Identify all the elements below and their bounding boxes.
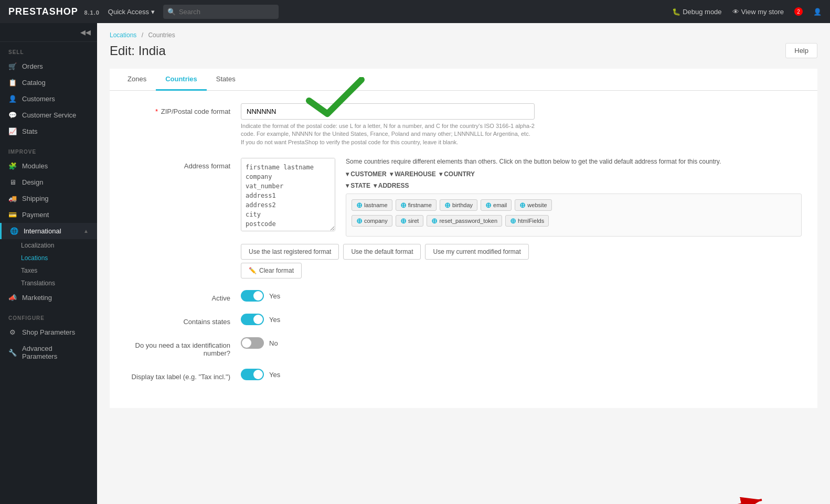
display-tax-row: Display tax label (e.g. "Tax incl.") Yes bbox=[125, 369, 802, 381]
sidebar-item-modules[interactable]: 🧩 Modules bbox=[0, 158, 97, 174]
tab-states[interactable]: States bbox=[207, 69, 245, 91]
user-avatar[interactable]: 👤 bbox=[813, 8, 822, 16]
page-header: Edit: India Help bbox=[110, 43, 817, 58]
page-title: Edit: India bbox=[110, 44, 166, 58]
tax-id-label: Do you need a tax identification number? bbox=[125, 337, 241, 357]
sidebar-item-customers[interactable]: 👤 Customers bbox=[0, 91, 97, 107]
sidebar-sub-localization[interactable]: Localization bbox=[0, 239, 97, 252]
sidebar-item-shop-parameters[interactable]: ⚙ Shop Parameters bbox=[0, 324, 97, 340]
contains-states-toggle[interactable] bbox=[241, 314, 264, 325]
token-reset-password[interactable]: ⊕ reset_password_token bbox=[427, 215, 502, 227]
help-button[interactable]: Help bbox=[785, 43, 817, 58]
payment-icon: 💳 bbox=[8, 211, 17, 219]
marketing-icon: 📣 bbox=[8, 294, 17, 302]
design-icon: 🖥 bbox=[8, 178, 17, 186]
shipping-icon: 🚚 bbox=[8, 195, 17, 202]
modules-icon: 🧩 bbox=[8, 162, 17, 170]
advanced-params-icon: 🔧 bbox=[8, 349, 17, 357]
customer-dropdown[interactable]: ▾ CUSTOMER bbox=[346, 170, 387, 178]
clear-format-button[interactable]: ✏️ Clear format bbox=[241, 263, 302, 278]
improve-section: IMPROVE 🧩 Modules 🖥 Design 🚚 Shipping 💳 … bbox=[0, 142, 97, 308]
debug-mode[interactable]: 🐛 Debug mode bbox=[672, 8, 721, 16]
tab-zones[interactable]: Zones bbox=[118, 69, 156, 91]
action-buttons: Use the last registered format Use the d… bbox=[241, 244, 802, 260]
customer-service-icon: 💬 bbox=[8, 111, 17, 119]
address-dropdown[interactable]: ▾ ADDRESS bbox=[374, 182, 409, 189]
addr-format-wrap: firstname lastname company vat_number ad… bbox=[241, 158, 802, 237]
sidebar-item-shipping[interactable]: 🚚 Shipping bbox=[0, 190, 97, 207]
debug-icon: 🐛 bbox=[672, 8, 680, 16]
token-birthday[interactable]: ⊕ birthday bbox=[440, 199, 477, 211]
token-group-top: ▾ CUSTOMER ▾ WAREHOUSE ▾ COUNTRY bbox=[346, 170, 802, 178]
tax-id-row: Do you need a tax identification number?… bbox=[125, 337, 802, 357]
tax-id-toggle[interactable] bbox=[241, 337, 264, 349]
catalog-icon: 📋 bbox=[8, 79, 17, 87]
eye-icon: 👁 bbox=[732, 8, 739, 16]
token-siret[interactable]: ⊕ siret bbox=[396, 215, 424, 227]
collapse-icon[interactable]: ◀◀ bbox=[80, 28, 91, 36]
token-htmlfields[interactable]: ⊕ htmlFields bbox=[505, 215, 549, 227]
token-company[interactable]: ⊕ company bbox=[352, 215, 392, 227]
content-panel: * ZIP/Postal code format Indicate the fo… bbox=[110, 91, 817, 408]
sidebar-item-customer-service[interactable]: 💬 Customer Service bbox=[0, 107, 97, 123]
sidebar-sub-translations[interactable]: Translations bbox=[0, 277, 97, 289]
country-dropdown[interactable]: ▾ COUNTRY bbox=[439, 170, 475, 178]
tax-id-knob bbox=[242, 338, 251, 348]
tax-id-control: No bbox=[241, 337, 802, 349]
nav-right: 🐛 Debug mode 👁 View my store 2 👤 bbox=[672, 7, 822, 16]
address-format-control: firstname lastname company vat_number ad… bbox=[241, 158, 802, 278]
addr-right: Some countries require different element… bbox=[346, 158, 802, 237]
display-tax-toggle[interactable] bbox=[241, 369, 264, 380]
token-row-1: ⊕ lastname ⊕ firstname ⊕ birthday ⊕ emai… bbox=[352, 199, 796, 211]
sidebar-item-payment[interactable]: 💳 Payment bbox=[0, 207, 97, 223]
view-my-store[interactable]: 👁 View my store bbox=[732, 8, 784, 16]
state-dropdown[interactable]: ▾ STATE bbox=[346, 182, 370, 189]
search-icon: 🔍 bbox=[167, 8, 176, 16]
token-box: ⊕ lastname ⊕ firstname ⊕ birthday ⊕ emai… bbox=[346, 194, 802, 237]
sell-section: SELL 🛒 Orders 📋 Catalog 👤 Customers 💬 Cu… bbox=[0, 42, 97, 142]
search-input[interactable] bbox=[163, 5, 279, 19]
token-email[interactable]: ⊕ email bbox=[481, 199, 512, 211]
zip-input[interactable] bbox=[241, 103, 535, 120]
textarea-wrap: firstname lastname company vat_number ad… bbox=[241, 158, 335, 233]
active-label: Active bbox=[125, 290, 241, 302]
address-textarea[interactable]: firstname lastname company vat_number ad… bbox=[241, 158, 335, 231]
notifications[interactable]: 2 bbox=[794, 7, 803, 16]
tab-countries[interactable]: Countries bbox=[156, 69, 207, 91]
clear-format-wrap: ✏️ Clear format bbox=[241, 263, 802, 278]
sidebar-item-catalog[interactable]: 📋 Catalog bbox=[0, 74, 97, 91]
token-website[interactable]: ⊕ website bbox=[515, 199, 551, 211]
active-toggle[interactable] bbox=[241, 290, 264, 302]
token-lastname[interactable]: ⊕ lastname bbox=[352, 199, 392, 211]
use-last-registered-button[interactable]: Use the last registered format bbox=[241, 244, 339, 260]
display-tax-control: Yes bbox=[241, 369, 802, 380]
expand-icon: ▲ bbox=[83, 228, 89, 234]
sidebar-item-stats[interactable]: 📈 Stats bbox=[0, 123, 97, 140]
sidebar-sub-taxes[interactable]: Taxes bbox=[0, 264, 97, 277]
main-layout: ◀◀ SELL 🛒 Orders 📋 Catalog 👤 Customers 💬… bbox=[0, 23, 830, 504]
shop-params-icon: ⚙ bbox=[8, 328, 17, 336]
token-firstname[interactable]: ⊕ firstname bbox=[396, 199, 437, 211]
sidebar-item-international[interactable]: 🌐 International ▲ bbox=[0, 223, 97, 239]
sidebar-item-advanced-parameters[interactable]: 🔧 Advanced Parameters bbox=[0, 340, 97, 364]
breadcrumb-locations[interactable]: Locations bbox=[110, 31, 136, 39]
sidebar: ◀◀ SELL 🛒 Orders 📋 Catalog 👤 Customers 💬… bbox=[0, 23, 97, 504]
address-format-label: Address format bbox=[125, 158, 241, 170]
search-wrap: 🔍 bbox=[163, 5, 279, 19]
token-row-2: ⊕ company ⊕ siret ⊕ reset_password_token… bbox=[352, 215, 796, 227]
display-tax-knob bbox=[253, 370, 263, 379]
tabs: Zones Countries States bbox=[110, 69, 817, 91]
sidebar-item-orders[interactable]: 🛒 Orders bbox=[0, 58, 97, 74]
active-control: Yes bbox=[241, 290, 802, 302]
breadcrumb-countries: Countries bbox=[148, 31, 175, 39]
contains-states-label: Contains states bbox=[125, 314, 241, 326]
quick-access-menu[interactable]: Quick Access ▾ bbox=[108, 8, 155, 16]
contains-states-knob bbox=[253, 315, 263, 324]
sidebar-sub-locations[interactable]: Locations bbox=[0, 252, 97, 264]
sidebar-item-design[interactable]: 🖥 Design bbox=[0, 174, 97, 190]
use-current-modified-button[interactable]: Use my current modified format bbox=[425, 244, 528, 260]
display-tax-label: Display tax label (e.g. "Tax incl.") bbox=[125, 369, 241, 381]
warehouse-dropdown[interactable]: ▾ WAREHOUSE bbox=[390, 170, 436, 178]
sidebar-item-marketing[interactable]: 📣 Marketing bbox=[0, 289, 97, 306]
use-default-format-button[interactable]: Use the default format bbox=[343, 244, 421, 260]
